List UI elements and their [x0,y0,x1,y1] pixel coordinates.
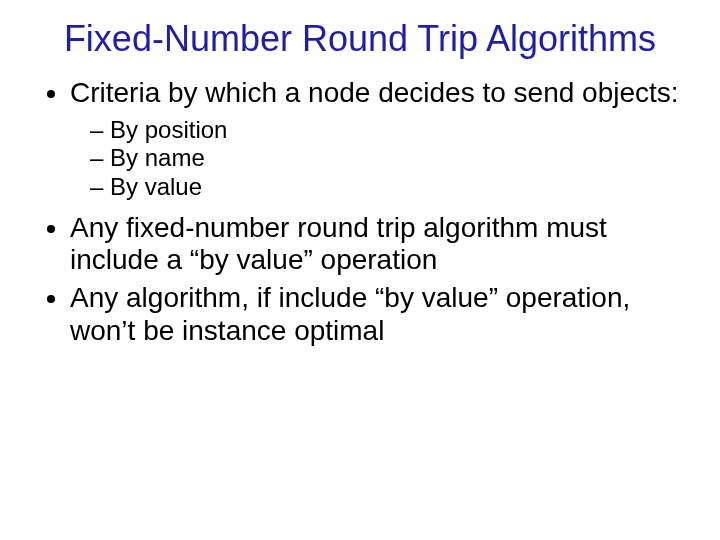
list-item: Any algorithm, if include “by value” ope… [70,282,684,346]
sub-list-item: By value [90,173,684,202]
list-item-text: Criteria by which a node decides to send… [70,77,679,108]
list-item-text: Any algorithm, if include “by value” ope… [70,282,630,345]
sub-list-item: By name [90,144,684,173]
list-item: Any fixed-number round trip algorithm mu… [70,212,684,276]
sub-list: By position By name By value [70,116,684,202]
sub-list-item: By position [90,116,684,145]
list-item: Criteria by which a node decides to send… [70,77,684,202]
slide-title: Fixed-Number Round Trip Algorithms [36,18,684,59]
slide: Fixed-Number Round Trip Algorithms Crite… [0,0,720,540]
bullet-list: Criteria by which a node decides to send… [36,77,684,346]
list-item-text: Any fixed-number round trip algorithm mu… [70,212,607,275]
